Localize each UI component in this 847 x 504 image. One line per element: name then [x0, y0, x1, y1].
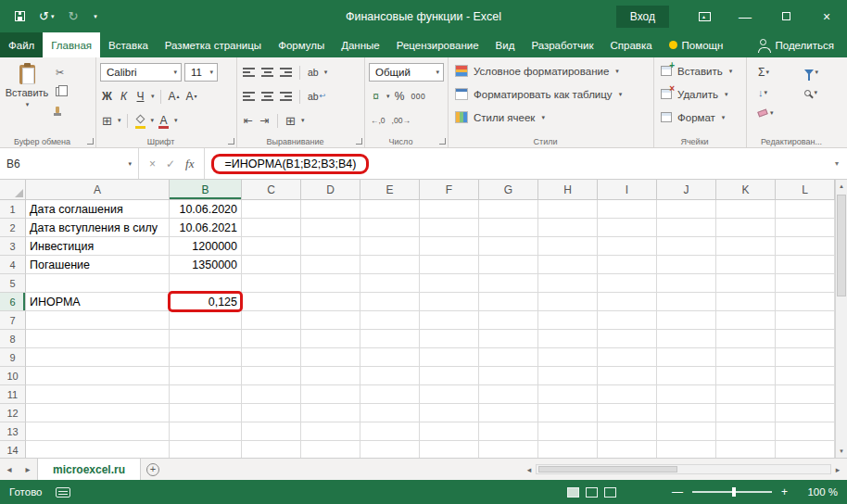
- cell-F5[interactable]: [420, 274, 479, 293]
- row-header-14[interactable]: 14: [0, 441, 26, 458]
- cell-E13[interactable]: [360, 422, 420, 441]
- align-right-button[interactable]: [278, 87, 294, 106]
- zoom-level[interactable]: 100 %: [797, 486, 838, 498]
- alignment-dialog-launcher[interactable]: [356, 138, 362, 145]
- cell-K3[interactable]: [716, 237, 776, 256]
- cell-F11[interactable]: [420, 385, 479, 404]
- cell-C2[interactable]: [242, 219, 301, 237]
- font-dialog-launcher[interactable]: [228, 138, 234, 145]
- row-header-5[interactable]: 5: [0, 274, 26, 293]
- column-header-B[interactable]: B: [170, 180, 242, 200]
- find-select-button[interactable]: [804, 84, 837, 101]
- cell-F8[interactable]: [420, 330, 479, 348]
- percent-format-button[interactable]: %: [393, 87, 407, 106]
- cell-H12[interactable]: [538, 404, 598, 422]
- cell-J1[interactable]: [657, 200, 716, 219]
- cell-L10[interactable]: [776, 367, 835, 385]
- cell-B5[interactable]: [170, 274, 242, 293]
- cell-E6[interactable]: [360, 293, 420, 311]
- fill-button[interactable]: ↓: [758, 84, 791, 101]
- cell-E4[interactable]: [360, 256, 420, 274]
- align-top-button[interactable]: [241, 63, 257, 82]
- cell-F10[interactable]: [420, 367, 479, 385]
- cell-H14[interactable]: [538, 441, 598, 458]
- increase-font-button[interactable]: А▴: [167, 87, 182, 106]
- borders-button[interactable]: [100, 111, 114, 130]
- cell-K8[interactable]: [716, 330, 776, 348]
- cell-G14[interactable]: [479, 441, 538, 458]
- paste-button[interactable]: Вставить: [4, 60, 50, 132]
- cell-L11[interactable]: [776, 385, 835, 404]
- row-header-8[interactable]: 8: [0, 330, 26, 348]
- cell-J5[interactable]: [657, 274, 716, 293]
- cell-E3[interactable]: [360, 237, 420, 256]
- cell-A13[interactable]: [26, 422, 170, 441]
- cell-I8[interactable]: [598, 330, 657, 348]
- align-left-button[interactable]: [241, 87, 257, 106]
- minimize-button[interactable]: —: [725, 0, 765, 32]
- cell-J14[interactable]: [657, 441, 716, 458]
- cell-F9[interactable]: [420, 348, 479, 367]
- underline-dropdown-icon[interactable]: [151, 93, 155, 100]
- cell-H5[interactable]: [538, 274, 598, 293]
- delete-cells-button[interactable]: Удалить: [658, 82, 742, 106]
- cell-I7[interactable]: [598, 311, 657, 330]
- cell-A4[interactable]: Погашение: [26, 256, 170, 274]
- zoom-slider[interactable]: [692, 491, 772, 493]
- cell-C8[interactable]: [242, 330, 301, 348]
- cell-B11[interactable]: [170, 385, 242, 404]
- cell-J3[interactable]: [657, 237, 716, 256]
- font-color-dropdown-icon[interactable]: [174, 117, 178, 124]
- sort-filter-button[interactable]: [804, 64, 837, 81]
- cell-J2[interactable]: [657, 219, 716, 237]
- cell-B12[interactable]: [170, 404, 242, 422]
- cell-D13[interactable]: [301, 422, 360, 441]
- cell-B13[interactable]: [170, 422, 242, 441]
- copy-button[interactable]: [56, 85, 68, 97]
- cell-J6[interactable]: [657, 293, 716, 311]
- share-button[interactable]: Поделиться: [752, 32, 847, 57]
- fill-color-dropdown-icon[interactable]: [151, 117, 155, 124]
- cell-C11[interactable]: [242, 385, 301, 404]
- cell-D14[interactable]: [301, 441, 360, 458]
- ribbon-tab-8[interactable]: Разработчик: [523, 32, 601, 57]
- column-header-D[interactable]: D: [301, 180, 360, 200]
- cell-E14[interactable]: [360, 441, 420, 458]
- cell-F3[interactable]: [420, 237, 479, 256]
- zoom-in-button[interactable]: +: [779, 485, 790, 498]
- merge-dropdown-icon[interactable]: [301, 117, 305, 124]
- increase-indent-button[interactable]: [258, 111, 272, 130]
- cell-C1[interactable]: [242, 200, 301, 219]
- cell-H1[interactable]: [538, 200, 598, 219]
- merge-center-button[interactable]: [284, 111, 297, 130]
- cell-G10[interactable]: [479, 367, 538, 385]
- ribbon-tab-4[interactable]: Формулы: [270, 32, 333, 57]
- cell-L12[interactable]: [776, 404, 835, 422]
- cell-D6[interactable]: [301, 293, 360, 311]
- cell-A7[interactable]: [26, 311, 170, 330]
- cell-L6[interactable]: [776, 293, 835, 311]
- row-header-3[interactable]: 3: [0, 237, 26, 256]
- orientation-dropdown-icon[interactable]: [324, 69, 328, 76]
- cell-L13[interactable]: [776, 422, 835, 441]
- cell-C10[interactable]: [242, 367, 301, 385]
- increase-decimal-button[interactable]: ←,0: [369, 111, 387, 130]
- row-header-12[interactable]: 12: [0, 404, 26, 422]
- cell-styles-button[interactable]: Стили ячеек: [452, 106, 650, 129]
- cell-F1[interactable]: [420, 200, 479, 219]
- align-bottom-button[interactable]: [278, 63, 294, 82]
- new-sheet-button[interactable]: +: [141, 459, 165, 480]
- sign-in-button[interactable]: Вход: [616, 6, 669, 28]
- cell-H11[interactable]: [538, 385, 598, 404]
- ribbon-tab-5[interactable]: Данные: [333, 32, 388, 57]
- cell-B1[interactable]: 10.06.2020: [170, 200, 242, 219]
- cell-K2[interactable]: [716, 219, 776, 237]
- font-color-button[interactable]: А: [157, 111, 171, 130]
- underline-button[interactable]: Ч: [133, 87, 147, 106]
- cell-B3[interactable]: 1200000: [170, 237, 242, 256]
- cell-I1[interactable]: [598, 200, 657, 219]
- cell-J8[interactable]: [657, 330, 716, 348]
- cell-G4[interactable]: [479, 256, 538, 274]
- cell-K10[interactable]: [716, 367, 776, 385]
- cell-D9[interactable]: [301, 348, 360, 367]
